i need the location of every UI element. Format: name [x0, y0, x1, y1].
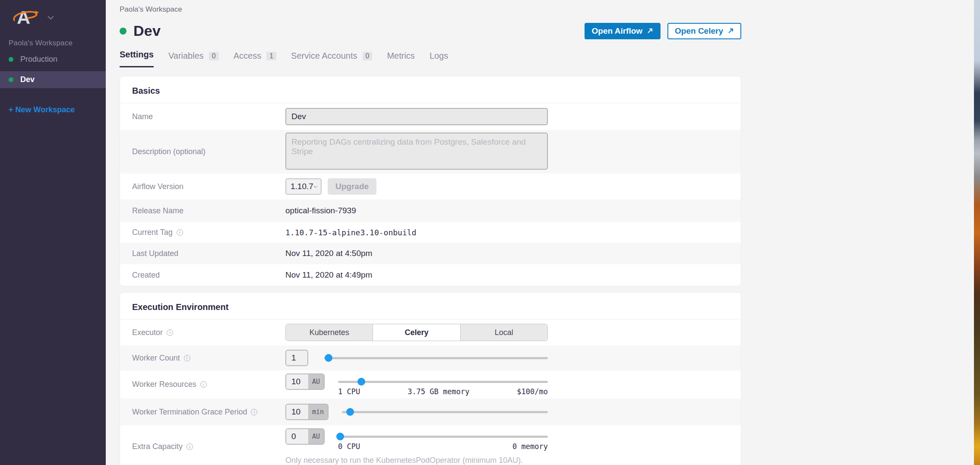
info-icon[interactable]	[167, 329, 173, 336]
tab-variables[interactable]: Variables 0	[168, 51, 219, 67]
executor-option-kubernetes[interactable]: Kubernetes	[286, 324, 373, 341]
section-heading: Execution Environment	[120, 293, 741, 319]
tab-label: Service Accounts	[291, 51, 357, 61]
cpu-readout: 0 CPU	[338, 442, 360, 451]
airflow-version-row: Airflow Version 1.10.7 Upgrade	[120, 174, 741, 199]
created-value: Nov 11, 2020 at 4:49pm	[285, 270, 372, 279]
workspace-label: Paola's Workspace	[9, 39, 106, 47]
open-celery-button[interactable]: Open Celery	[667, 23, 741, 39]
info-icon[interactable]	[184, 355, 190, 361]
name-input[interactable]	[285, 108, 548, 125]
title-row: Dev Open Airflow Open Celery	[120, 22, 741, 39]
description-label: Description (optional)	[132, 147, 205, 156]
last-updated-row: Last Updated Nov 11, 2020 at 4:50pm	[120, 243, 741, 264]
grace-period-label: Worker Termination Grace Period	[132, 408, 247, 417]
open-airflow-button[interactable]: Open Airflow	[585, 23, 661, 39]
deployment-status-dot	[120, 28, 126, 35]
section-heading: Basics	[120, 76, 741, 103]
last-updated-value: Nov 11, 2020 at 4:50pm	[285, 249, 372, 258]
created-label: Created	[132, 271, 160, 280]
astronomer-logo-icon[interactable]: A	[11, 7, 39, 28]
executor-label: Executor	[132, 328, 163, 337]
grace-period-slider[interactable]	[342, 408, 548, 416]
worker-count-input[interactable]	[285, 350, 308, 366]
last-updated-label: Last Updated	[132, 249, 178, 258]
description-row: Description (optional)	[120, 130, 741, 174]
worker-resources-input-group: AU	[285, 373, 325, 390]
cost-readout: $100/mo	[517, 387, 548, 396]
release-name-label: Release Name	[132, 206, 183, 215]
slider-thumb[interactable]	[357, 378, 365, 386]
worker-resources-input[interactable]	[286, 374, 308, 389]
tab-bar: Settings Variables 0 Access 1 Service Ac…	[120, 50, 741, 67]
tab-label: Logs	[430, 51, 448, 61]
basics-card: Basics Name Description (optional) Airfl…	[120, 76, 741, 286]
extra-capacity-row: Extra Capacity AU	[120, 425, 741, 465]
tab-metrics[interactable]: Metrics	[387, 51, 414, 67]
extra-capacity-input[interactable]	[286, 429, 308, 444]
current-tag-label: Current Tag	[132, 228, 173, 237]
info-icon[interactable]	[177, 229, 183, 236]
slider-thumb[interactable]	[346, 408, 354, 416]
worker-count-row: Worker Count	[120, 345, 741, 370]
tab-count-badge: 0	[363, 52, 373, 60]
status-dot	[9, 77, 13, 82]
created-row: Created Nov 11, 2020 at 4:49pm	[120, 264, 741, 286]
memory-readout: 3.75 GB memory	[408, 387, 469, 396]
name-row: Name	[120, 103, 741, 130]
tab-logs[interactable]: Logs	[430, 51, 448, 67]
au-unit-badge: AU	[308, 374, 324, 389]
slider-thumb[interactable]	[325, 354, 332, 362]
worker-count-slider[interactable]	[324, 354, 548, 362]
info-icon[interactable]	[251, 409, 257, 415]
sidebar-item-label: Dev	[20, 75, 35, 84]
grace-period-input-group: min	[285, 404, 329, 420]
tab-label: Metrics	[387, 51, 414, 61]
cpu-readout: 1 CPU	[338, 387, 360, 396]
tab-count-badge: 1	[266, 52, 276, 60]
min-unit-badge: min	[308, 405, 328, 419]
info-icon[interactable]	[187, 443, 193, 450]
executor-option-celery[interactable]: Celery	[373, 324, 460, 341]
name-label: Name	[132, 112, 153, 121]
open-celery-label: Open Celery	[675, 26, 723, 36]
upgrade-button[interactable]: Upgrade	[328, 178, 376, 195]
tab-service-accounts[interactable]: Service Accounts 0	[291, 51, 372, 67]
breadcrumb[interactable]: Paola's Workspace	[120, 5, 741, 14]
airflow-version-label: Airflow Version	[132, 182, 183, 191]
au-unit-badge: AU	[308, 429, 324, 444]
external-link-icon	[727, 28, 734, 34]
airflow-version-value: 1.10.7	[291, 182, 313, 191]
header-buttons: Open Airflow Open Celery	[585, 23, 741, 39]
extra-capacity-slider[interactable]	[338, 432, 548, 441]
worker-count-label: Worker Count	[132, 354, 180, 363]
tab-count-badge: 0	[209, 52, 219, 60]
main-area: Paola's Workspace Dev Open Airflow Open …	[106, 0, 980, 465]
tab-settings[interactable]: Settings	[120, 50, 154, 67]
release-name-value: optical-fission-7939	[285, 206, 356, 215]
desktop-background-strip	[974, 0, 980, 465]
slider-thumb[interactable]	[336, 433, 344, 440]
slider-track	[338, 436, 548, 438]
description-textarea[interactable]	[285, 133, 548, 170]
app-root: A Paola's Workspace Production Dev + New…	[0, 0, 980, 465]
external-link-icon	[647, 28, 653, 34]
worker-resources-row: Worker Resources AU	[120, 370, 741, 399]
new-workspace-link[interactable]: + New Workspace	[9, 105, 75, 114]
open-airflow-label: Open Airflow	[592, 26, 643, 36]
tab-access[interactable]: Access 1	[234, 51, 276, 67]
info-icon[interactable]	[200, 381, 207, 388]
airflow-version-select[interactable]: 1.10.7	[285, 178, 322, 195]
chevron-down-icon[interactable]	[47, 14, 54, 22]
worker-resources-label: Worker Resources	[132, 380, 196, 389]
sidebar-item-production[interactable]: Production	[0, 51, 106, 68]
executor-option-local[interactable]: Local	[461, 324, 547, 341]
slider-track	[338, 381, 548, 383]
sidebar-item-dev[interactable]: Dev	[0, 71, 106, 88]
current-tag-value: 1.10.7-15-alpine3.10-onbuild	[285, 228, 416, 237]
select-chevron-icon	[313, 185, 317, 188]
svg-text:A: A	[17, 7, 30, 27]
executor-row: Executor Kubernetes Celery Local	[120, 319, 741, 345]
grace-period-input[interactable]	[286, 405, 308, 419]
worker-resources-slider[interactable]	[338, 377, 548, 386]
